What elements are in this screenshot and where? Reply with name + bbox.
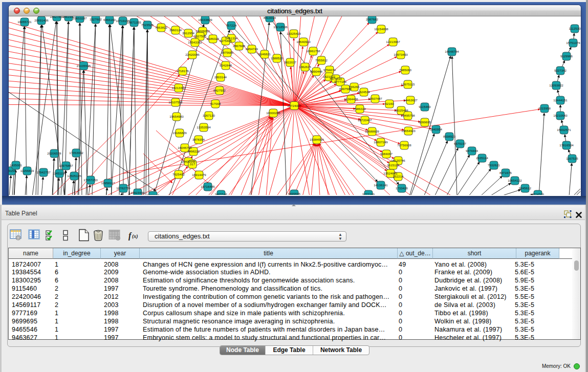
svg-text:16914479: 16914479 <box>192 173 206 177</box>
svg-text:12444151: 12444151 <box>553 98 568 102</box>
svg-text:19654983: 19654983 <box>169 115 184 118</box>
svg-text:1435001: 1435001 <box>10 163 23 167</box>
svg-text:10975867: 10975867 <box>59 164 73 167</box>
svg-text:2718176: 2718176 <box>177 69 189 73</box>
svg-text:2803144: 2803144 <box>214 75 227 79</box>
svg-text:9245612: 9245612 <box>519 186 532 190</box>
svg-text:11451194: 11451194 <box>53 171 67 175</box>
svg-text:13975115: 13975115 <box>401 82 415 86</box>
svg-text:9777169: 9777169 <box>362 192 375 195</box>
svg-text:10688609: 10688609 <box>365 129 379 133</box>
svg-text:1112530: 1112530 <box>569 27 581 30</box>
svg-text:17957253: 17957253 <box>83 178 98 182</box>
svg-text:10973493: 10973493 <box>394 53 408 56</box>
svg-text:12213967: 12213967 <box>386 40 400 43</box>
svg-text:3498222: 3498222 <box>187 149 200 153</box>
svg-text:16154838: 16154838 <box>374 27 388 31</box>
svg-text:1640954: 1640954 <box>430 127 443 131</box>
svg-text:9242848: 9242848 <box>220 63 232 67</box>
svg-text:3875685: 3875685 <box>221 51 234 54</box>
svg-text:18807249: 18807249 <box>374 140 388 144</box>
svg-text:9465546: 9465546 <box>215 192 228 195</box>
svg-text:15751074: 15751074 <box>566 41 580 45</box>
svg-text:7986322: 7986322 <box>354 107 366 111</box>
svg-text:16543362: 16543362 <box>188 40 202 44</box>
svg-text:18640910: 18640910 <box>296 40 311 43</box>
svg-text:17942757: 17942757 <box>36 170 51 174</box>
svg-text:7663822: 7663822 <box>155 26 168 29</box>
svg-text:10025488: 10025488 <box>394 108 408 112</box>
svg-text:9463627: 9463627 <box>147 193 160 195</box>
svg-text:16782759: 16782759 <box>116 186 130 190</box>
svg-text:6275405: 6275405 <box>220 39 232 42</box>
svg-text:10654122: 10654122 <box>508 179 522 182</box>
svg-text:10958117: 10958117 <box>101 181 115 185</box>
svg-text:8454749: 8454749 <box>246 47 258 51</box>
svg-text:9474444: 9474444 <box>466 149 478 152</box>
svg-text:2087682: 2087682 <box>366 17 379 21</box>
svg-text:10653287: 10653287 <box>73 16 87 20</box>
svg-text:9794074: 9794074 <box>323 68 336 72</box>
svg-text:2867608: 2867608 <box>233 44 246 48</box>
svg-text:9699695: 9699695 <box>288 192 301 195</box>
svg-text:1362615: 1362615 <box>299 65 312 69</box>
svg-text:22420046: 22420046 <box>185 53 200 56</box>
svg-text:19166829: 19166829 <box>172 131 187 135</box>
svg-text:70756928: 70756928 <box>397 143 411 147</box>
svg-text:6679197: 6679197 <box>454 142 467 145</box>
svg-text:8524509: 8524509 <box>532 192 545 195</box>
svg-text:7515525: 7515525 <box>141 23 154 27</box>
svg-text:17353992: 17353992 <box>69 151 83 155</box>
svg-text:18724007: 18724007 <box>287 104 301 107</box>
svg-text:7955812: 7955812 <box>315 58 328 62</box>
svg-text:9777169: 9777169 <box>334 80 347 83</box>
svg-text:16055721: 16055721 <box>17 20 32 24</box>
svg-text:23226053: 23226053 <box>195 29 210 33</box>
svg-text:1167535: 1167535 <box>566 157 578 160</box>
svg-text:16671355: 16671355 <box>127 20 141 24</box>
svg-text:757224: 757224 <box>226 24 237 27</box>
svg-text:1588520: 1588520 <box>271 56 284 60</box>
svg-text:3960124: 3960124 <box>169 28 182 32</box>
svg-text:1624534: 1624534 <box>358 90 371 94</box>
svg-text:39154: 39154 <box>9 169 16 172</box>
svg-text:15692571: 15692571 <box>557 128 571 132</box>
svg-text:10507487: 10507487 <box>368 97 382 100</box>
svg-text:15720407: 15720407 <box>358 118 372 122</box>
svg-text:11156819: 11156819 <box>20 169 34 172</box>
svg-text:f: f <box>128 231 132 240</box>
svg-text:3267130: 3267130 <box>203 114 215 117</box>
svg-text:6099695: 6099695 <box>419 120 431 124</box>
svg-text:8938923: 8938923 <box>443 135 456 138</box>
svg-text:13325419: 13325419 <box>287 32 301 35</box>
svg-text:8427552: 8427552 <box>213 89 226 92</box>
svg-text:14463627: 14463627 <box>403 98 418 102</box>
svg-text:8990448: 8990448 <box>310 70 323 73</box>
svg-text:3912954: 3912954 <box>182 31 195 35</box>
svg-text:20691406: 20691406 <box>34 18 49 22</box>
svg-text:317: 317 <box>190 162 195 166</box>
svg-text:21035535: 21035535 <box>77 64 91 68</box>
svg-text:16210643: 16210643 <box>553 114 568 117</box>
svg-text:17816504: 17816504 <box>559 143 574 147</box>
svg-text:746266: 746266 <box>349 85 360 89</box>
svg-text:9115460: 9115460 <box>419 105 431 108</box>
svg-text:6466160: 6466160 <box>103 18 116 21</box>
svg-text:16648784: 16648784 <box>445 50 459 53</box>
svg-text:(x): (x) <box>132 233 138 239</box>
svg-text:19654923: 19654923 <box>401 129 416 133</box>
svg-text:13495798: 13495798 <box>401 114 415 117</box>
svg-text:9227342: 9227342 <box>554 69 567 72</box>
svg-text:12093822: 12093822 <box>549 83 563 87</box>
svg-text:3215958: 3215958 <box>538 106 551 110</box>
svg-text:19218506: 19218506 <box>273 25 288 29</box>
svg-text:252214: 252214 <box>393 174 404 178</box>
svg-text:7625402: 7625402 <box>172 172 185 176</box>
svg-text:20206578: 20206578 <box>47 151 61 155</box>
svg-text:3822037: 3822037 <box>284 60 297 64</box>
svg-text:8471676: 8471676 <box>499 171 512 174</box>
svg-text:8186323: 8186323 <box>207 37 220 40</box>
svg-text:15716485: 15716485 <box>201 185 215 188</box>
svg-text:21364436: 21364436 <box>344 97 358 101</box>
svg-text:12923448: 12923448 <box>130 191 145 194</box>
